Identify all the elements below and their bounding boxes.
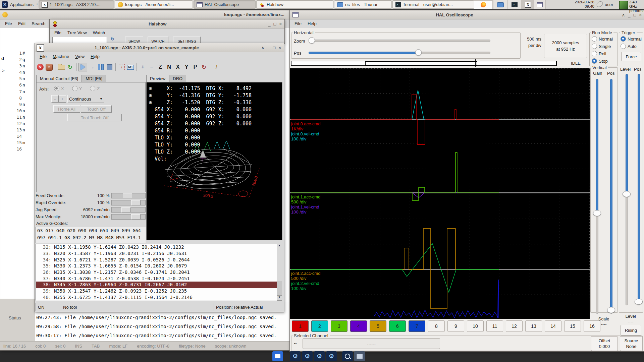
gcode-line[interactable]: 32:N315 X-1.1958 Y-1.6244 Z0.0423 I0.241… — [36, 244, 277, 250]
dock-gear-icon[interactable]: ⚙ — [314, 351, 325, 361]
axis-menu-file[interactable]: File — [37, 53, 49, 60]
gcode-line[interactable]: 33:N320 X-1.3587 Y-1.1963 Z0.0231 I-0.21… — [36, 250, 277, 257]
override-slider-thumb[interactable] — [121, 207, 131, 213]
horizontal-pos-slider[interactable] — [309, 49, 490, 55]
pos-slider-thumb[interactable] — [415, 49, 422, 56]
editor-menu-search[interactable]: Search — [29, 20, 48, 27]
trigger-level-thumb[interactable] — [623, 191, 631, 197]
toolbar-rotate-view-icon[interactable]: ↻ — [200, 63, 208, 71]
halshow-menu-file[interactable]: File — [52, 29, 64, 36]
editor-text-area[interactable]: #gnnnnnnnnnnm — [22, 51, 25, 153]
toolbar-zoom-out-icon[interactable]: − — [148, 63, 156, 71]
gcode-line[interactable]: 35:N330 X-1.2373 Y-1.6655 Z-0.0154 I0.26… — [36, 263, 277, 269]
axis-radio-y[interactable] — [72, 86, 77, 91]
toolbar-zoom-in-icon[interactable]: + — [139, 63, 147, 71]
trigger-force-button[interactable]: Force — [621, 52, 641, 61]
channel-button-13[interactable]: 13 — [525, 320, 542, 332]
dock-search-icon[interactable] — [342, 351, 353, 361]
override-slider[interactable] — [111, 214, 146, 220]
dock-window-icon[interactable] — [272, 351, 283, 361]
channel-button-11[interactable]: 11 — [486, 320, 503, 332]
halshow-tab-watch[interactable]: WATCH — [148, 37, 168, 44]
toolbar-pause-program-icon[interactable] — [97, 63, 105, 71]
toolbar-view-z2-icon[interactable]: N — [165, 63, 173, 71]
tray-thunar-icon[interactable] — [493, 0, 508, 9]
taskbar-window-mousepad[interactable]: loop.ngc - /home/user/li... — [115, 0, 193, 9]
gcode-scrollbar[interactable]: ▲ ▼ — [277, 244, 282, 301]
toolbar-view-p-icon[interactable]: P — [191, 63, 199, 71]
tab-manual-control[interactable]: Manual Control [F3] — [36, 75, 82, 82]
override-slider[interactable] — [111, 200, 146, 205]
axis-menu-help[interactable]: Help — [88, 53, 102, 60]
channel-button-10[interactable]: 10 — [467, 320, 484, 332]
toolbar-view-z-icon[interactable]: Z — [156, 63, 164, 71]
override-slider[interactable] — [111, 207, 146, 213]
halshow-maximize-icon[interactable]: □ — [274, 21, 276, 26]
toolbar-machine-power-icon[interactable]: ○ — [45, 63, 53, 71]
taskbar-window-thunar[interactable]: nc_files - Thunar — [334, 0, 392, 9]
gcode-listing[interactable]: 32:N315 X-1.1958 Y-1.6244 Z0.0423 I0.241… — [36, 244, 277, 301]
selected-channel-button[interactable]: ------ — [303, 338, 440, 349]
scope-screen[interactable]: joint.0.acc-cmd1K/divjoint.0.vel-cmd100 … — [290, 68, 590, 319]
channel-button-16[interactable]: 16 — [584, 320, 600, 332]
zoom-slider-thumb[interactable] — [309, 37, 315, 44]
channel-button-5[interactable]: 5 — [370, 320, 386, 332]
scope-titlebar[interactable]: HAL Oscilloscope ∧_□× — [290, 10, 644, 19]
override-slider-thumb[interactable] — [123, 193, 132, 198]
tool-touch-off-button[interactable]: Tool Touch Off — [67, 114, 122, 121]
editor-menu-edit[interactable]: Edit — [15, 20, 28, 27]
toolbar-optional-pause-icon[interactable]: M1 — [126, 63, 135, 71]
trigger-pos-slider[interactable] — [635, 74, 641, 305]
override-slider-thumb[interactable] — [131, 200, 141, 205]
halshow-close-icon[interactable]: × — [279, 21, 282, 26]
gcode-line-active[interactable]: 38:N345 X-1.2863 Y-1.6964 Z-0.0731 I0.26… — [36, 282, 277, 288]
toolbar-skip-block-icon[interactable]: / — [118, 63, 126, 71]
taskbar-window-terminal[interactable]: >_Terminal - user@debian... — [392, 0, 474, 9]
override-slider[interactable] — [111, 193, 146, 198]
jog-minus-button[interactable]: - — [51, 95, 59, 103]
channel-button-7[interactable]: 7 — [409, 320, 425, 332]
horizontal-zoom-slider[interactable] — [309, 37, 490, 43]
override-slider-thumb[interactable] — [131, 214, 141, 220]
taskbar-window-axis[interactable]: X1_1001.ngc - AXIS 2.10.... — [39, 0, 114, 9]
axis-close-icon[interactable]: × — [278, 45, 281, 50]
vertical-gain-thumb[interactable] — [593, 210, 601, 216]
halshow-menu-tree-view[interactable]: Tree View — [65, 29, 90, 36]
tab-dro[interactable]: DRO — [169, 75, 186, 82]
taskbar-window-scope[interactable]: HAL Oscilloscope — [194, 0, 256, 9]
run-mode-radio-stop[interactable] — [592, 58, 597, 64]
gcode-line[interactable]: 37:N340 X-1.6786 Y-1.471 Z-0.0538 I-0.10… — [36, 275, 277, 282]
scroll-down-icon[interactable]: ▼ — [277, 295, 282, 300]
channel-button-8[interactable]: 8 — [428, 320, 445, 332]
toolbar-open-file-icon[interactable] — [57, 63, 65, 71]
touch-off-button[interactable]: Touch Off — [81, 105, 112, 113]
halshow-minimize-icon[interactable]: _ — [268, 21, 270, 26]
axis-radio-z[interactable] — [90, 86, 95, 91]
trigger-pos-thumb[interactable] — [635, 299, 643, 305]
run-mode-radio-single[interactable] — [592, 44, 597, 49]
halshow-tab-settings[interactable]: SETTINGS — [173, 37, 201, 44]
axis-menu-machine[interactable]: Machine — [50, 53, 72, 60]
trigger-edge-button[interactable]: Rising — [621, 325, 641, 336]
axis-titlebar[interactable]: X 1_1001.ngc - AXIS 2.10.0~pre1 on scurv… — [35, 43, 284, 52]
scroll-up-icon[interactable]: ▲ — [277, 244, 282, 249]
gcode-line[interactable]: 39:N350 X-1.2547 Y-1.2462 Z-0.0923 I-0.1… — [36, 288, 277, 294]
tab-mdi[interactable]: MDI [F5] — [82, 75, 106, 82]
trigger-radio-auto[interactable] — [621, 44, 626, 49]
dock-gear-icon[interactable]: ⚙ — [290, 351, 301, 361]
toolbar-reload-file-icon[interactable]: ↻ — [66, 63, 74, 71]
channel-button-1[interactable]: 1 — [292, 320, 309, 332]
channel-button-4[interactable]: 4 — [350, 320, 367, 332]
axis-minimize-icon[interactable]: _ — [267, 45, 270, 50]
vertical-pos-slider[interactable] — [608, 79, 614, 314]
scope-menu-help[interactable]: Help — [305, 20, 319, 27]
halshow-refresh-icon[interactable]: ↻ — [111, 37, 114, 42]
dock-gear-icon[interactable]: ⚙ — [326, 351, 337, 361]
applications-menu-icon[interactable]: ✕ — [2, 1, 8, 8]
toolbar-stop-program-icon[interactable] — [105, 63, 113, 71]
gcode-line[interactable]: 36:N335 X-1.3038 Y-1.2157 Z-0.0346 I-0.1… — [36, 269, 277, 276]
editor-menu-file[interactable]: File — [2, 20, 15, 27]
axis-maximize-icon[interactable]: □ — [273, 45, 276, 50]
user-indicator[interactable]: user — [605, 2, 613, 7]
jog-mode-select[interactable]: Continuous ▼ — [67, 95, 104, 103]
